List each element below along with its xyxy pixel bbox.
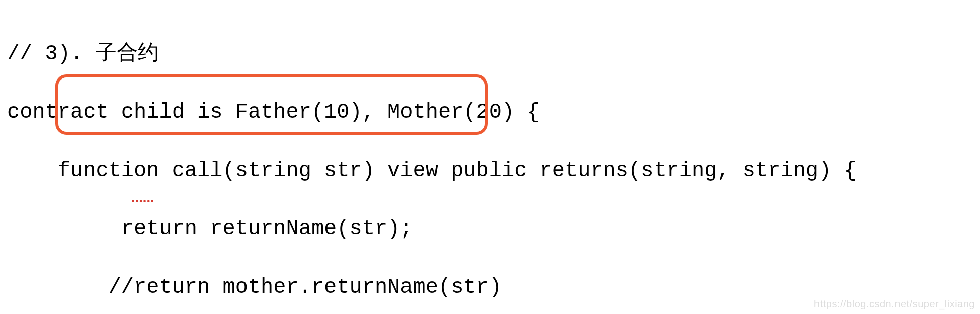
code-line-4: return returnName(str);: [7, 214, 980, 244]
spellcheck-squiggle: ••••••: [131, 187, 154, 216]
code-line-2: contract child is Father(10), Mother(20)…: [7, 98, 980, 127]
code-line-5: //return mother.returnName(str): [7, 273, 980, 302]
code-block: // 3). 子合约 contract child is Father(10),…: [0, 0, 980, 314]
code-line-1: // 3). 子合约: [7, 39, 980, 68]
code-line-3: function call(string str) view public re…: [7, 156, 980, 185]
watermark-text: https://blog.csdn.net/super_lixiang: [814, 298, 975, 310]
